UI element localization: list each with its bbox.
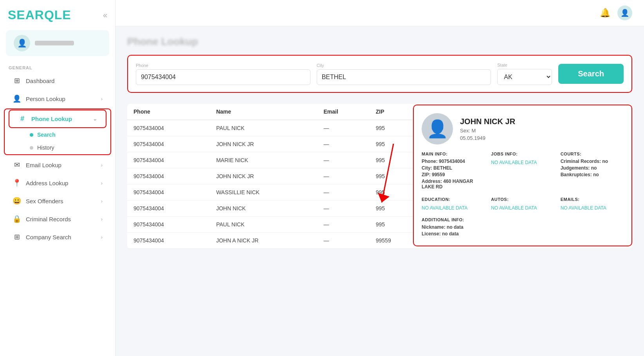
main-info-city: City: BETHEL (422, 165, 485, 171)
education-title: EDUCATION: (422, 197, 485, 202)
profile-courts: COURTS: Criminal Records: no Judgements:… (561, 152, 624, 191)
judgements-val: Judgements: no (561, 165, 624, 171)
main-info-zip: ZIP: 99559 (422, 172, 485, 177)
main-content: 🔔 👤 Phone Lookup Phone City State AKALAR… (115, 0, 644, 356)
cell-email-0: — (317, 120, 369, 136)
education-no-data: NO AVAILABLE DATA (422, 205, 467, 211)
sidebar-item-label-address: Address Lookup (26, 180, 68, 186)
sidebar-item-address-lookup[interactable]: 📍 Address Lookup › (4, 174, 111, 192)
profile-info: JOHN NICK JR Sex: M 05.05.1949 (460, 117, 515, 141)
emails-no-data: NO AVAILABLE DATA (561, 205, 606, 211)
cell-name-1: JOHN NICK JR (210, 136, 317, 152)
cell-name-6: PAUL NICK (210, 217, 317, 233)
sidebar-logo-area: SEARQLE « (0, 0, 115, 26)
profile-emails: EMAILS: NO AVAILABLE DATA (561, 197, 624, 211)
license-val: License: no data (422, 231, 624, 237)
page-title: Phone Lookup (127, 36, 632, 48)
profile-name: JOHN NICK JR (460, 117, 515, 126)
col-name: Name (210, 104, 317, 120)
chevron-right-icon-company: › (101, 234, 103, 240)
sidebar-item-label-criminal: Criminal Records (26, 216, 71, 222)
user-avatar-small: 👤 (14, 35, 30, 51)
jobs-no-data: NO AVAILABLE DATA (491, 160, 537, 165)
cell-phone-5: 9075434004 (127, 201, 210, 217)
cell-email-4: — (317, 184, 369, 201)
state-select[interactable]: AKALARAZCACOCTDEFLGAHIIAIDILINKSKYLAMAMD… (497, 69, 552, 85)
chevron-right-icon-criminal: › (101, 216, 103, 222)
profile-education: EDUCATION: NO AVAILABLE DATA (422, 197, 485, 211)
sidebar: SEARQLE « 👤 GENERAL ⊞ Dashboard 👤 Person… (0, 0, 115, 356)
profile-additional-info: ADDITIONAL INFO: Nickname: no data Licen… (422, 217, 624, 238)
cell-email-2: — (317, 152, 369, 168)
cell-phone-6: 9075434004 (127, 217, 210, 233)
phone-input[interactable] (136, 69, 310, 85)
cell-phone-7: 9075434004 (127, 233, 210, 249)
collapse-button[interactable]: « (103, 11, 107, 20)
phone-lookup-subitems: Search History (5, 128, 110, 154)
sidebar-item-criminal-records[interactable]: 🔒 Criminal Records › (4, 210, 111, 228)
chevron-down-icon: ⌄ (93, 116, 97, 122)
col-phone: Phone (127, 104, 210, 120)
autos-no-data: NO AVAILABLE DATA (491, 205, 537, 211)
cell-name-2: MARIE NICK (210, 152, 317, 168)
additional-info-title: ADDITIONAL INFO: (422, 217, 624, 222)
user-name-placeholder (35, 41, 74, 45)
sub-item-label-history: History (37, 145, 54, 151)
sidebar-item-label-dashboard: Dashboard (26, 78, 54, 84)
bankruptcies-val: Bankruptcies: no (561, 172, 624, 177)
main-info-address: Address: 460 HANGAR LAKE RD (422, 179, 485, 190)
sidebar-item-label-phone-lookup: Phone Lookup (31, 116, 72, 122)
sidebar-item-dashboard[interactable]: ⊞ Dashboard (4, 72, 111, 89)
phone-label: Phone (136, 63, 310, 68)
sidebar-item-person-lookup[interactable]: 👤 Person Lookup › (4, 90, 111, 107)
sidebar-item-label-sex-offenders: Sex Offenders (26, 198, 63, 204)
nickname-val: Nickname: no data (422, 224, 624, 230)
sidebar-sub-item-history[interactable]: History (24, 141, 106, 154)
profile-dob: 05.05.1949 (460, 135, 515, 141)
autos-title: AUTOS: (491, 197, 554, 202)
sidebar-item-phone-lookup[interactable]: # Phone Lookup ⌄ (9, 110, 106, 128)
sidebar-item-sex-offenders[interactable]: 😀 Sex Offenders › (4, 192, 111, 210)
topbar-user-avatar[interactable]: 👤 (617, 5, 632, 20)
cell-email-3: — (317, 168, 369, 184)
criminal-records-val: Criminal Records: no (561, 159, 624, 164)
chevron-right-icon-email: › (101, 162, 103, 168)
brand-logo: SEARQLE (8, 8, 71, 22)
cell-email-1: — (317, 136, 369, 152)
cell-name-4: WASSILLIE NICK (210, 184, 317, 201)
profile-avatar: 👤 (422, 113, 453, 145)
state-field: State AKALARAZCACOCTDEFLGAHIIAIDILINKSKY… (497, 63, 552, 85)
search-button[interactable]: Search (558, 64, 624, 84)
cell-email-5: — (317, 201, 369, 217)
cell-phone-0: 9075434004 (127, 120, 210, 136)
cell-name-7: JOHN A NICK JR (210, 233, 317, 249)
sex-offenders-icon: 😀 (13, 197, 21, 205)
dashboard-icon: ⊞ (13, 76, 21, 85)
sidebar-sub-item-search[interactable]: Search (24, 128, 106, 141)
chevron-right-icon-sex: › (101, 198, 103, 204)
profile-jobs-info: JOBS INFO: NO AVAILABLE DATA (491, 152, 554, 191)
sidebar-item-label-email: Email Lookup (26, 162, 61, 168)
page-content: Phone Lookup Phone City State AKALARAZCA… (115, 26, 644, 356)
profile-popup: 👤 JOHN NICK JR Sex: M 05.05.1949 MAIN IN… (413, 105, 632, 246)
col-email: Email (317, 104, 369, 120)
sidebar-user-card: 👤 (6, 30, 109, 56)
notification-bell-icon[interactable]: 🔔 (600, 8, 610, 18)
criminal-records-icon: 🔒 (13, 215, 21, 223)
active-dot-icon (30, 133, 33, 137)
profile-header: 👤 JOHN NICK JR Sex: M 05.05.1949 (422, 113, 624, 145)
topbar: 🔔 👤 (115, 0, 644, 26)
phone-lookup-icon: # (18, 115, 27, 123)
phone-field: Phone (136, 63, 310, 85)
jobs-info-title: JOBS INFO: (491, 152, 554, 156)
sidebar-item-company-search[interactable]: ⊞ Company Search › (4, 228, 111, 246)
cell-phone-3: 9075434004 (127, 168, 210, 184)
email-icon: ✉ (13, 161, 21, 169)
profile-autos: AUTOS: NO AVAILABLE DATA (491, 197, 554, 211)
city-input[interactable] (317, 69, 491, 85)
sidebar-item-label-person-lookup: Person Lookup (26, 96, 65, 102)
courts-title: COURTS: (561, 152, 624, 156)
city-label: City (317, 63, 491, 68)
profile-grid: MAIN INFO: Phone: 9075434004 City: BETHE… (422, 152, 624, 238)
sidebar-item-email-lookup[interactable]: ✉ Email Lookup › (4, 156, 111, 173)
